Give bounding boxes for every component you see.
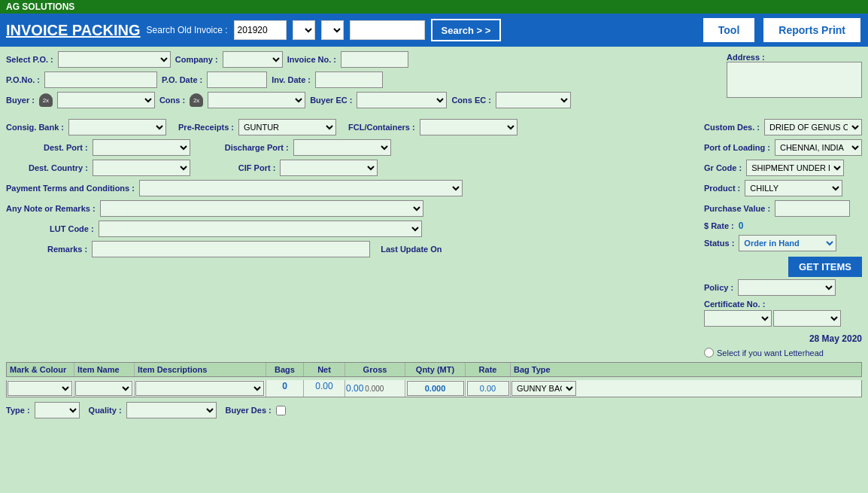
port-loading-label: Port of Loading : bbox=[704, 143, 770, 152]
date-display: 28 May 2020 bbox=[809, 333, 862, 344]
cif-port-dropdown[interactable] bbox=[280, 160, 378, 176]
row-rate-input[interactable] bbox=[467, 381, 509, 396]
purchase-value-input[interactable] bbox=[775, 200, 850, 217]
product-label: Product : bbox=[704, 184, 740, 193]
type-label: Type : bbox=[6, 406, 30, 415]
dest-country-dropdown[interactable] bbox=[93, 160, 190, 176]
buyer-des-label: Buyer Des : bbox=[226, 406, 272, 415]
page-title: INVOICE PACKING bbox=[6, 22, 141, 39]
consig-bank-dropdown[interactable] bbox=[68, 119, 166, 135]
get-items-button[interactable]: GET ITEMS bbox=[788, 257, 862, 277]
search-invoice-select2[interactable] bbox=[321, 20, 344, 40]
fcl-containers-label: FCL/Containers : bbox=[348, 123, 415, 132]
buyer-label: Buyer : bbox=[6, 96, 35, 105]
search-old-invoice-label: Search Old Invoice : bbox=[147, 25, 228, 35]
row-gross2: 0.000 bbox=[365, 385, 384, 393]
row-desc-select[interactable] bbox=[135, 381, 264, 396]
remarks-input[interactable] bbox=[92, 241, 370, 257]
col-header-net: Net bbox=[304, 363, 345, 376]
cons-label: Cons : bbox=[159, 96, 185, 105]
company-label: Company : bbox=[175, 55, 218, 64]
company-dropdown[interactable] bbox=[223, 51, 283, 68]
letterhead-radio[interactable] bbox=[704, 348, 714, 358]
lut-code-label: LUT Code : bbox=[50, 224, 94, 233]
col-header-bagtype: Bag Type bbox=[511, 363, 578, 376]
header-row: INVOICE PACKING Search Old Invoice : Sea… bbox=[0, 14, 868, 47]
col-header-desc: Item Descriptions bbox=[135, 363, 266, 376]
row-mark-select[interactable] bbox=[8, 381, 72, 396]
inv-date-input[interactable] bbox=[315, 72, 383, 88]
letterhead-label: Select if you want Letterhead bbox=[717, 348, 824, 358]
search-old-invoice-input[interactable] bbox=[234, 20, 287, 40]
row-bagtype-select[interactable]: GUNNY BAGS bbox=[511, 381, 576, 396]
pre-receipts-dropdown[interactable]: GUNTUR bbox=[238, 119, 336, 135]
buyer-mouse-icon: 2x bbox=[39, 93, 53, 107]
dest-country-label: Dest. Country : bbox=[29, 163, 88, 172]
quality-dropdown[interactable] bbox=[126, 402, 217, 418]
right-panel: Custom Des. : DRIED OF GENUS CAPSICUM Po… bbox=[704, 119, 862, 358]
main-content: Select P.O. : Company : Invoice No. : P.… bbox=[0, 47, 868, 425]
col-header-gross: Gross bbox=[345, 363, 405, 376]
any-note-label: Any Note or Remarks : bbox=[6, 204, 96, 213]
company-name: AG SOLUTIONS bbox=[6, 2, 74, 12]
buyer-des-checkbox[interactable] bbox=[276, 406, 286, 415]
custom-des-dropdown[interactable]: DRIED OF GENUS CAPSICUM bbox=[764, 119, 862, 135]
s-rate-label: $ Rate : bbox=[704, 221, 734, 230]
cons-ec-label: Cons EC : bbox=[451, 96, 491, 105]
tool-button[interactable]: Tool bbox=[702, 17, 757, 44]
payment-terms-dropdown[interactable] bbox=[139, 180, 463, 196]
port-loading-dropdown[interactable]: CHENNAI, INDIA bbox=[775, 139, 862, 156]
search-invoice-text[interactable] bbox=[350, 20, 425, 40]
invoice-no-input[interactable] bbox=[341, 51, 408, 68]
cons-dropdown[interactable] bbox=[208, 92, 305, 108]
address-textarea[interactable] bbox=[727, 62, 862, 98]
gr-code-label: Gr Code : bbox=[704, 163, 742, 172]
cons-mouse-icon: 2x bbox=[190, 93, 203, 107]
invoice-no-label: Invoice No. : bbox=[287, 55, 336, 64]
certificate-no-label: Certificate No. : bbox=[704, 300, 765, 309]
po-date-label: P.O. Date : bbox=[162, 75, 202, 84]
cons-ec-dropdown[interactable] bbox=[496, 92, 571, 108]
search-invoice-select1[interactable] bbox=[293, 20, 315, 40]
row-net: 0.00 bbox=[315, 381, 332, 391]
dest-port-label: Dest. Port : bbox=[44, 143, 88, 152]
pre-receipts-label: Pre-Receipts : bbox=[178, 123, 234, 132]
select-po-dropdown[interactable] bbox=[58, 51, 171, 68]
certificate-no-select2[interactable] bbox=[773, 310, 841, 327]
custom-des-label: Custom Des. : bbox=[704, 123, 760, 132]
search-button[interactable]: Search > > bbox=[431, 19, 502, 41]
fcl-containers-dropdown[interactable] bbox=[420, 119, 517, 135]
buyer-ec-dropdown[interactable] bbox=[357, 92, 447, 108]
type-dropdown[interactable] bbox=[35, 402, 80, 418]
po-no-input[interactable] bbox=[44, 72, 157, 88]
s-rate-value: 0 bbox=[739, 221, 744, 231]
col-header-qnty: Qnty (MT) bbox=[405, 363, 466, 376]
col-header-bags: Bags bbox=[266, 363, 304, 376]
policy-label: Policy : bbox=[704, 283, 733, 292]
row-item-select[interactable] bbox=[75, 381, 132, 396]
gr-code-dropdown[interactable]: SHIPMENT UNDER DUTY DRAW bbox=[746, 160, 844, 176]
product-dropdown[interactable]: CHILLY bbox=[745, 180, 842, 196]
remarks-label: Remarks : bbox=[47, 245, 87, 254]
buyer-dropdown[interactable] bbox=[57, 92, 155, 108]
row-gross: 0.00 bbox=[346, 383, 363, 394]
any-note-dropdown[interactable] bbox=[100, 200, 423, 217]
policy-dropdown[interactable] bbox=[738, 279, 836, 296]
top-bar: AG SOLUTIONS bbox=[0, 0, 868, 14]
row-qnty-input[interactable] bbox=[407, 381, 464, 396]
certificate-no-select1[interactable] bbox=[704, 310, 772, 327]
reports-print-button[interactable]: Reports Print bbox=[762, 17, 862, 44]
lut-code-dropdown[interactable] bbox=[99, 221, 422, 237]
status-label: Status : bbox=[704, 239, 734, 248]
po-no-label: P.O.No. : bbox=[6, 75, 40, 84]
purchase-value-label: Purchase Value : bbox=[704, 204, 770, 213]
discharge-port-label: Discharge Port : bbox=[225, 143, 289, 152]
dest-port-dropdown[interactable] bbox=[93, 139, 190, 156]
table-row: 0 0.00 0.00 0.000 GUNNY BAGS bbox=[6, 380, 862, 397]
po-date-input[interactable] bbox=[207, 72, 267, 88]
discharge-port-dropdown[interactable] bbox=[293, 139, 391, 156]
cif-port-label: CIF Port : bbox=[238, 163, 276, 172]
col-header-mark: Mark & Colour bbox=[7, 363, 74, 376]
status-dropdown[interactable]: Order in Hand bbox=[739, 235, 836, 251]
col-header-item: Item Name bbox=[74, 363, 135, 376]
